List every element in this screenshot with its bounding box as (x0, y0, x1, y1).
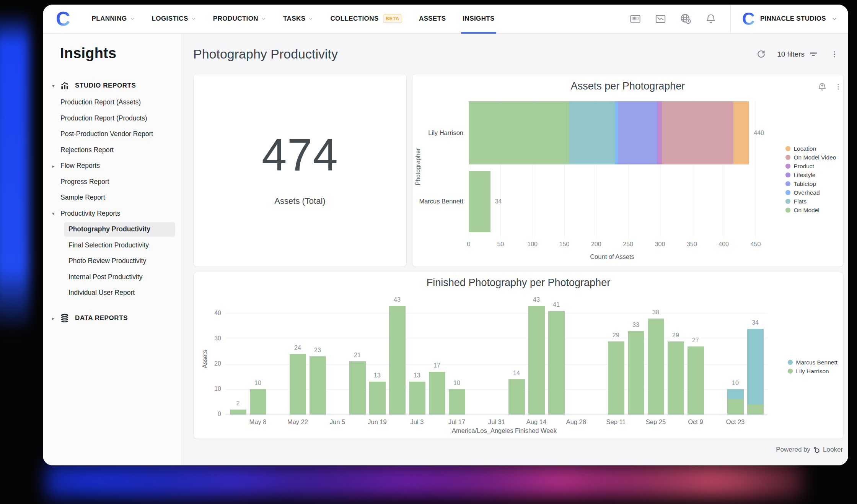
legend-label: On Model (794, 207, 820, 214)
app-logo[interactable]: C (56, 5, 70, 33)
legend-item-lifestyle[interactable]: Lifestyle (785, 171, 836, 179)
nav-item-insights[interactable]: INSIGHTS (463, 5, 495, 33)
bar-segment-lily-harrison[interactable] (608, 341, 624, 415)
expander-down-icon[interactable]: ▾ (52, 83, 55, 89)
sidebar-item-flow-reports[interactable]: ▸Flow Reports (43, 158, 181, 174)
sidebar-item-label: Internal Post Productivity (68, 273, 143, 281)
chart-kebab-menu-icon[interactable] (833, 81, 844, 93)
y-tick-label: 40 (205, 310, 221, 317)
legend-item-location[interactable]: Location (785, 144, 836, 153)
sidebar-item-photo-review-productivity[interactable]: Photo Review Productivity (43, 253, 181, 269)
chevron-down-icon (261, 16, 266, 21)
bar-segment-tabletop[interactable] (618, 101, 657, 164)
nav-item-logistics[interactable]: LOGISTICS (152, 5, 196, 33)
legend-item-on-model-video[interactable]: On Model Video (785, 153, 836, 162)
sidebar-title: Insights (60, 45, 181, 62)
bar-segment-flats[interactable] (569, 101, 615, 164)
sidebar-item-data-reports[interactable]: ▸DATA REPORTS (43, 309, 181, 327)
looker-brand-text[interactable]: Looker (823, 446, 843, 454)
sidebar-item-post-production-vendor-report[interactable]: Post-Production Vendor Report (43, 126, 181, 142)
bar-segment-lily-harrison[interactable] (389, 306, 406, 415)
refresh-icon[interactable] (755, 48, 767, 60)
bar-segment-lily-harrison[interactable] (668, 341, 684, 415)
sidebar-item-label: Production Report (Products) (60, 114, 147, 122)
sidebar-item-photography-productivity[interactable]: Photography Productivity (43, 221, 181, 237)
sidebar-item-sample-report[interactable]: Sample Report (43, 190, 181, 206)
bar-segment-lily-harrison[interactable] (310, 356, 326, 415)
bar-segment-lily-harrison[interactable] (230, 410, 246, 415)
bell-plus-icon[interactable] (816, 81, 828, 93)
legend-item-on-model[interactable]: On Model (785, 206, 836, 215)
bar-segment-lily-harrison[interactable] (628, 331, 644, 415)
bar-segment-lily-harrison[interactable] (250, 389, 266, 415)
nav-item-assets[interactable]: ASSETS (419, 5, 446, 33)
y-tick-label: 30 (205, 335, 221, 342)
legend-item-marcus-bennett[interactable]: Marcus Bennett (788, 358, 837, 367)
expander-right-icon[interactable]: ▸ (52, 315, 55, 321)
bar-segment-lily-harrison[interactable] (688, 346, 704, 415)
bar-segment-marcus-bennett[interactable] (727, 389, 744, 399)
bar-segment-lily-harrison[interactable] (409, 382, 425, 415)
nav-item-label: PRODUCTION (213, 15, 258, 23)
kebab-menu-icon[interactable] (828, 48, 841, 60)
sidebar-item-individual-user-report[interactable]: Individual User Report (43, 285, 181, 301)
bar-segment-on-model[interactable] (469, 101, 569, 164)
chart-legend: LocationOn Model VideoProductLifestyleTa… (785, 144, 836, 215)
sidebar-report-list: ▾STUDIO REPORTSProduction Report (Assets… (43, 77, 181, 327)
bar-total-label: 33 (624, 322, 647, 328)
legend-item-lily-harrison[interactable]: Lily Harrison (788, 367, 837, 376)
bar-segment-lily-harrison[interactable] (508, 379, 525, 415)
bar-segment-lily-harrison[interactable] (349, 361, 366, 415)
bar-segment-lily-harrison[interactable] (548, 311, 565, 415)
bar-segment-marcus-bennett[interactable] (747, 329, 764, 405)
bar-segment-product[interactable] (658, 101, 662, 164)
sidebar-item-final-selection-productivity[interactable]: Final Selection Productivity (43, 237, 181, 254)
barcode-icon[interactable] (629, 13, 641, 25)
legend-item-tabletop[interactable]: Tabletop (785, 179, 836, 188)
bar-segment-on-model[interactable] (469, 171, 490, 232)
bell-icon[interactable] (705, 13, 717, 25)
page-title: Photography Productivity (193, 47, 338, 62)
sidebar-item-rejections-report[interactable]: Rejections Report (43, 142, 181, 158)
legend-item-overhead[interactable]: Overhead (785, 188, 836, 197)
bar-segment-lily-harrison[interactable] (648, 319, 664, 415)
bar-segment-lily-harrison[interactable] (429, 372, 445, 415)
sidebar: Insights ▾STUDIO REPORTSProduction Repor… (43, 34, 182, 465)
sidebar-item-internal-post-productivity[interactable]: Internal Post Productivity (43, 269, 181, 285)
bar-segment-lily-harrison[interactable] (747, 405, 764, 415)
x-tick-label: Sep 25 (639, 418, 673, 426)
bar-segment-overhead[interactable] (615, 101, 618, 164)
legend-label: Flats (794, 198, 807, 205)
nav-item-production[interactable]: PRODUCTION (213, 5, 266, 33)
y-tick-label: 20 (205, 360, 221, 367)
globe-clock-icon[interactable] (679, 13, 692, 25)
sidebar-item-productivity-reports[interactable]: ▾Productivity Reports (43, 206, 181, 222)
bar-total-label: 29 (664, 332, 687, 339)
legend-item-product[interactable]: Product (785, 162, 836, 171)
sidebar-item-production-report-products-[interactable]: Production Report (Products) (43, 111, 181, 127)
bar-total-label: 10 (246, 380, 269, 387)
lifestyle-legend-dot (785, 172, 790, 177)
bar-total-label: 29 (604, 332, 627, 339)
nav-divider (730, 5, 731, 33)
bar-segment-lily-harrison[interactable] (727, 399, 744, 415)
bar-segment-lily-harrison[interactable] (369, 382, 386, 415)
nav-item-tasks[interactable]: TASKS (283, 5, 313, 33)
bar-segment-lily-harrison[interactable] (290, 354, 306, 415)
sidebar-item-progress-report[interactable]: Progress Report (43, 174, 181, 190)
bar-segment-lily-harrison[interactable] (528, 306, 545, 415)
expander-right-icon[interactable]: ▸ (52, 163, 55, 169)
sidebar-item-production-report-assets-[interactable]: Production Report (Assets) (43, 94, 181, 111)
bar-segment-on-model-video[interactable] (662, 101, 733, 164)
legend-item-flats[interactable]: Flats (785, 197, 836, 206)
bar-segment-lily-harrison[interactable] (449, 389, 465, 415)
nav-item-collections[interactable]: COLLECTIONSBETA (330, 5, 402, 33)
sidebar-item-label: Production Report (Assets) (60, 98, 141, 106)
expander-down-icon[interactable]: ▾ (52, 211, 55, 216)
account-menu[interactable]: C PINNACLE STUDIOS (742, 10, 837, 28)
chart-panel-icon[interactable] (654, 13, 666, 25)
filters-button[interactable]: 10 filters (777, 49, 818, 59)
sidebar-item-studio-reports[interactable]: ▾STUDIO REPORTS (43, 77, 181, 94)
nav-item-planning[interactable]: PLANNING (92, 5, 135, 33)
bar-segment-location[interactable] (733, 101, 749, 164)
